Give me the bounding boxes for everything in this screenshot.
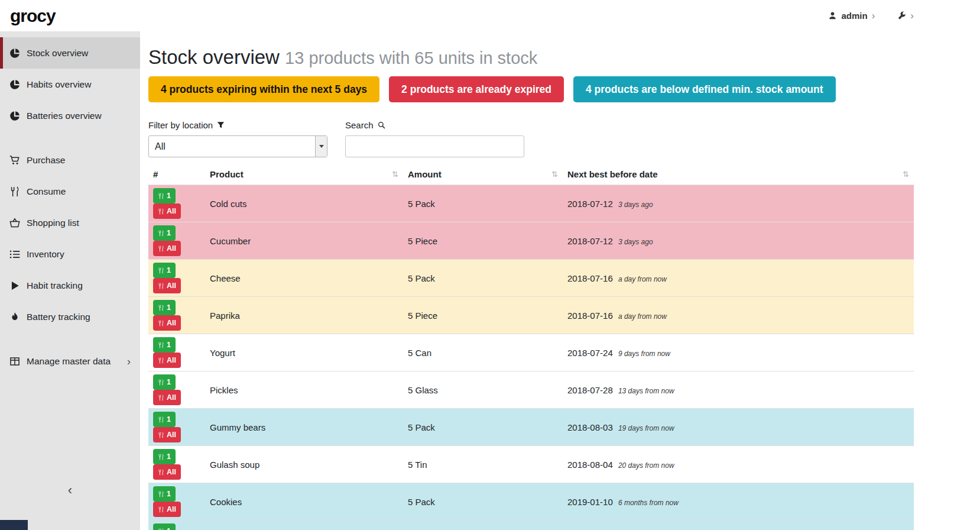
sidebar-item-inventory[interactable]: Inventory xyxy=(0,238,140,270)
badge-expiring-soon[interactable]: 4 products expiring within the next 5 da… xyxy=(148,76,379,102)
product-name: Paprika xyxy=(205,297,403,334)
column-header-amount[interactable]: Amount ⇅ xyxy=(403,167,563,185)
search-input[interactable] xyxy=(345,135,524,157)
consume-all-button[interactable]: All xyxy=(153,203,181,219)
consume-one-button[interactable]: 1 xyxy=(153,337,176,353)
cutlery-icon xyxy=(158,193,164,199)
cutlery-icon xyxy=(158,245,164,252)
sidebar-item-habits-overview[interactable]: Habits overview xyxy=(0,69,140,100)
consume-all-button[interactable]: All xyxy=(153,427,181,442)
sidebar-item-label: Consume xyxy=(27,186,66,197)
consume-one-button[interactable]: 1 xyxy=(153,412,176,427)
username: admin xyxy=(841,11,867,21)
chat-widget-tab[interactable] xyxy=(0,520,28,530)
sidebar-item-label: Stock overview xyxy=(27,48,88,59)
consume-one-button[interactable]: 1 xyxy=(153,374,176,390)
person-icon xyxy=(828,11,837,20)
sidebar-item-stock-overview[interactable]: Stock overview xyxy=(0,37,140,69)
product-amount: 5 Tin xyxy=(403,446,563,483)
list-icon xyxy=(9,249,20,260)
column-header-best-before[interactable]: Next best before date ⇅ xyxy=(563,167,914,185)
pie-icon xyxy=(9,79,20,90)
column-header-actions: # xyxy=(148,167,205,185)
status-badges: 4 products expiring within the next 5 da… xyxy=(148,76,914,102)
product-amount: 5 Pack xyxy=(403,521,563,530)
column-header-product[interactable]: Product ⇅ xyxy=(205,167,403,185)
cutlery-icon xyxy=(158,208,164,215)
cutlery-icon xyxy=(9,186,20,197)
cutlery-icon xyxy=(158,469,164,476)
consume-all-button[interactable]: All xyxy=(153,315,181,331)
sidebar-item-consume[interactable]: Consume xyxy=(0,176,140,207)
sidebar-item-label: Batteries overview xyxy=(27,111,102,121)
best-before-date: 2018-07-28 xyxy=(567,385,613,395)
chevron-right-icon: › xyxy=(872,11,875,21)
consume-all-button[interactable]: All xyxy=(153,502,181,517)
sidebar-item-label: Habit tracking xyxy=(27,280,83,291)
best-before-date: 2018-07-16 xyxy=(567,311,613,321)
consume-all-button[interactable]: All xyxy=(153,390,181,405)
table-header-row: # Product ⇅ Amount ⇅ Next best before da… xyxy=(148,167,914,185)
cutlery-icon xyxy=(158,267,164,274)
consume-all-button[interactable]: All xyxy=(153,278,181,293)
consume-one-button[interactable]: 1 xyxy=(153,225,176,241)
consume-all-button[interactable]: All xyxy=(153,353,181,368)
best-before-date: 2018-07-16 xyxy=(567,273,613,283)
consume-one-button[interactable]: 1 xyxy=(153,300,176,315)
table-row: 1 All Cheese 5 Pack 2018-07-16 a day fro… xyxy=(148,260,914,297)
caret-down-icon xyxy=(319,145,324,148)
sidebar-collapse-button[interactable]: ‹ xyxy=(50,481,90,499)
location-select[interactable]: All xyxy=(148,135,327,157)
product-amount: 5 Piece xyxy=(403,222,563,260)
best-before-timeago: 19 days from now xyxy=(618,424,674,432)
sidebar-item-battery-tracking[interactable]: Battery tracking xyxy=(0,301,140,332)
consume-one-button[interactable]: 1 xyxy=(153,263,176,278)
product-name: Cookies xyxy=(205,483,403,521)
product-name: Pickles xyxy=(205,371,403,409)
location-select-value: All xyxy=(149,136,315,157)
best-before-date: 2018-08-04 xyxy=(567,460,613,470)
sidebar-item-batteries-overview[interactable]: Batteries overview xyxy=(0,100,140,131)
consume-one-button[interactable]: 1 xyxy=(153,449,176,464)
settings-menu[interactable]: › xyxy=(897,11,914,21)
badge-below-min-stock[interactable]: 4 products are below defined min. stock … xyxy=(573,76,836,102)
cutlery-icon xyxy=(158,283,164,289)
consume-all-button[interactable]: All xyxy=(153,241,181,256)
consume-one-button[interactable]: 1 xyxy=(153,523,176,530)
sidebar: Stock overview Habits overview Batteries… xyxy=(0,31,140,530)
product-amount: 5 Pack xyxy=(403,260,563,297)
cutlery-icon xyxy=(158,454,164,460)
cutlery-icon xyxy=(158,528,164,530)
sidebar-item-manage-master-data[interactable]: Manage master data › xyxy=(0,345,140,377)
product-amount: 5 Pack xyxy=(403,185,563,222)
search-icon xyxy=(378,121,385,129)
consume-all-button[interactable]: All xyxy=(153,464,181,480)
best-before-timeago: a day from now xyxy=(618,312,667,321)
sidebar-item-purchase[interactable]: Purchase xyxy=(0,144,140,176)
best-before-date: 2019-01-10 xyxy=(567,497,613,507)
sidebar-item-shopping-list[interactable]: Shopping list xyxy=(0,207,140,238)
product-name: Gummy bears xyxy=(205,409,403,446)
consume-one-button[interactable]: 1 xyxy=(153,188,176,203)
best-before-timeago: 9 days from now xyxy=(618,350,670,358)
badge-expired[interactable]: 2 products are already expired xyxy=(389,76,564,102)
stock-table-body: 1 All Cold cuts 5 Pack 2018-07-12 3 days… xyxy=(148,185,914,530)
sidebar-item-habit-tracking[interactable]: Habit tracking xyxy=(0,270,140,301)
cutlery-icon xyxy=(158,320,164,327)
consume-one-button[interactable]: 1 xyxy=(153,486,176,502)
best-before-date: 2018-07-12 xyxy=(567,236,613,246)
sort-icon[interactable]: ⇅ xyxy=(392,170,398,179)
product-name: Cheese xyxy=(205,260,403,297)
pie-icon xyxy=(9,48,20,59)
cutlery-icon xyxy=(158,395,164,401)
cutlery-icon xyxy=(158,230,164,237)
select-caret-box[interactable] xyxy=(315,136,327,157)
sort-icon[interactable]: ⇅ xyxy=(551,170,558,179)
user-menu[interactable]: admin › xyxy=(828,11,875,21)
chevron-right-icon: › xyxy=(127,355,131,368)
sidebar-item-label: Purchase xyxy=(27,155,65,166)
cutlery-icon xyxy=(158,342,164,348)
sort-icon[interactable]: ⇅ xyxy=(903,170,909,179)
product-amount: 5 Piece xyxy=(403,297,563,334)
cart-icon xyxy=(9,155,20,166)
